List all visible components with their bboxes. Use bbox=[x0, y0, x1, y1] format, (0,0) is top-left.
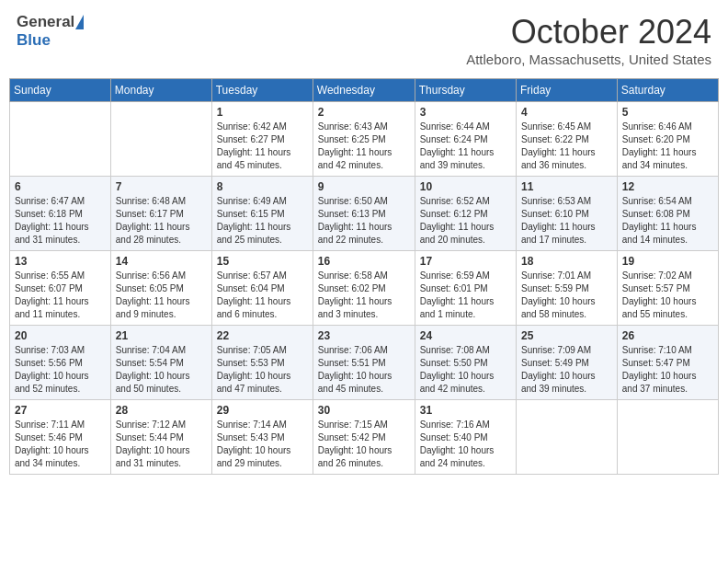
day-info: Sunrise: 7:11 AM Sunset: 5:46 PM Dayligh… bbox=[15, 419, 106, 470]
column-header-tuesday: Tuesday bbox=[211, 79, 313, 102]
calendar-cell: 19Sunrise: 7:02 AM Sunset: 5:57 PM Dayli… bbox=[617, 251, 718, 326]
logo-triangle-icon bbox=[75, 15, 84, 29]
calendar-cell bbox=[110, 102, 211, 177]
day-number: 31 bbox=[420, 404, 511, 417]
calendar-cell: 31Sunrise: 7:16 AM Sunset: 5:40 PM Dayli… bbox=[415, 400, 516, 475]
logo-general: General bbox=[17, 13, 74, 31]
column-header-friday: Friday bbox=[516, 79, 617, 102]
column-header-monday: Monday bbox=[110, 79, 211, 102]
day-number: 11 bbox=[521, 180, 612, 193]
day-info: Sunrise: 6:56 AM Sunset: 6:05 PM Dayligh… bbox=[116, 270, 207, 321]
day-number: 24 bbox=[420, 329, 511, 342]
calendar-cell: 9Sunrise: 6:50 AM Sunset: 6:13 PM Daylig… bbox=[313, 177, 415, 251]
calendar-week-5: 27Sunrise: 7:11 AM Sunset: 5:46 PM Dayli… bbox=[10, 400, 719, 475]
location: Attleboro, Massachusetts, United States bbox=[466, 52, 711, 67]
day-number: 8 bbox=[217, 180, 308, 193]
day-info: Sunrise: 7:12 AM Sunset: 5:44 PM Dayligh… bbox=[116, 419, 207, 470]
calendar-cell: 24Sunrise: 7:08 AM Sunset: 5:50 PM Dayli… bbox=[415, 326, 516, 400]
calendar-week-1: 1Sunrise: 6:42 AM Sunset: 6:27 PM Daylig… bbox=[10, 102, 719, 177]
day-info: Sunrise: 7:09 AM Sunset: 5:49 PM Dayligh… bbox=[521, 344, 612, 396]
day-info: Sunrise: 6:49 AM Sunset: 6:15 PM Dayligh… bbox=[217, 195, 308, 247]
calendar-table: SundayMondayTuesdayWednesdayThursdayFrid… bbox=[9, 78, 719, 475]
day-number: 16 bbox=[318, 255, 410, 268]
calendar-cell: 28Sunrise: 7:12 AM Sunset: 5:44 PM Dayli… bbox=[110, 400, 211, 475]
calendar-cell: 26Sunrise: 7:10 AM Sunset: 5:47 PM Dayli… bbox=[617, 326, 718, 400]
day-info: Sunrise: 6:54 AM Sunset: 6:08 PM Dayligh… bbox=[622, 195, 713, 247]
day-number: 2 bbox=[318, 106, 410, 119]
day-number: 14 bbox=[116, 255, 207, 268]
calendar-cell: 13Sunrise: 6:55 AM Sunset: 6:07 PM Dayli… bbox=[10, 251, 111, 326]
calendar-header-row: SundayMondayTuesdayWednesdayThursdayFrid… bbox=[10, 79, 719, 102]
day-info: Sunrise: 7:05 AM Sunset: 5:53 PM Dayligh… bbox=[217, 344, 308, 396]
day-number: 18 bbox=[521, 255, 612, 268]
day-number: 6 bbox=[15, 180, 106, 193]
day-info: Sunrise: 6:45 AM Sunset: 6:22 PM Dayligh… bbox=[521, 121, 612, 172]
day-number: 22 bbox=[217, 329, 308, 342]
calendar-cell: 25Sunrise: 7:09 AM Sunset: 5:49 PM Dayli… bbox=[516, 326, 617, 400]
day-info: Sunrise: 7:02 AM Sunset: 5:57 PM Dayligh… bbox=[622, 270, 713, 321]
calendar-week-4: 20Sunrise: 7:03 AM Sunset: 5:56 PM Dayli… bbox=[10, 326, 719, 400]
calendar-cell: 3Sunrise: 6:44 AM Sunset: 6:24 PM Daylig… bbox=[415, 102, 516, 177]
day-info: Sunrise: 6:52 AM Sunset: 6:12 PM Dayligh… bbox=[420, 195, 511, 247]
calendar-cell: 21Sunrise: 7:04 AM Sunset: 5:54 PM Dayli… bbox=[110, 326, 211, 400]
day-number: 28 bbox=[116, 404, 207, 417]
calendar-cell: 5Sunrise: 6:46 AM Sunset: 6:20 PM Daylig… bbox=[617, 102, 718, 177]
calendar-cell bbox=[10, 102, 111, 177]
day-info: Sunrise: 6:58 AM Sunset: 6:02 PM Dayligh… bbox=[318, 270, 410, 321]
day-number: 27 bbox=[15, 404, 106, 417]
day-number: 3 bbox=[420, 106, 511, 119]
day-number: 15 bbox=[217, 255, 308, 268]
calendar-cell: 17Sunrise: 6:59 AM Sunset: 6:01 PM Dayli… bbox=[415, 251, 516, 326]
day-info: Sunrise: 7:16 AM Sunset: 5:40 PM Dayligh… bbox=[420, 419, 511, 470]
calendar-cell: 30Sunrise: 7:15 AM Sunset: 5:42 PM Dayli… bbox=[313, 400, 415, 475]
day-info: Sunrise: 6:42 AM Sunset: 6:27 PM Dayligh… bbox=[217, 121, 308, 172]
calendar-cell: 20Sunrise: 7:03 AM Sunset: 5:56 PM Dayli… bbox=[10, 326, 111, 400]
day-number: 19 bbox=[622, 255, 713, 268]
day-number: 29 bbox=[217, 404, 308, 417]
column-header-saturday: Saturday bbox=[617, 79, 718, 102]
day-number: 25 bbox=[521, 329, 612, 342]
title-section: October 2024 Attleboro, Massachusetts, U… bbox=[466, 13, 711, 67]
day-number: 12 bbox=[622, 180, 713, 193]
calendar-cell: 18Sunrise: 7:01 AM Sunset: 5:59 PM Dayli… bbox=[516, 251, 617, 326]
calendar-cell: 11Sunrise: 6:53 AM Sunset: 6:10 PM Dayli… bbox=[516, 177, 617, 251]
day-info: Sunrise: 7:01 AM Sunset: 5:59 PM Dayligh… bbox=[521, 270, 612, 321]
day-info: Sunrise: 6:53 AM Sunset: 6:10 PM Dayligh… bbox=[521, 195, 612, 247]
calendar-cell: 15Sunrise: 6:57 AM Sunset: 6:04 PM Dayli… bbox=[211, 251, 313, 326]
month-title: October 2024 bbox=[466, 13, 711, 52]
logo-blue: Blue bbox=[17, 31, 51, 49]
calendar-cell: 10Sunrise: 6:52 AM Sunset: 6:12 PM Dayli… bbox=[415, 177, 516, 251]
day-number: 1 bbox=[217, 106, 308, 119]
day-number: 20 bbox=[15, 329, 106, 342]
calendar-cell: 1Sunrise: 6:42 AM Sunset: 6:27 PM Daylig… bbox=[211, 102, 313, 177]
day-number: 5 bbox=[622, 106, 713, 119]
day-info: Sunrise: 7:10 AM Sunset: 5:47 PM Dayligh… bbox=[622, 344, 713, 396]
calendar-cell bbox=[516, 400, 617, 475]
calendar-week-3: 13Sunrise: 6:55 AM Sunset: 6:07 PM Dayli… bbox=[10, 251, 719, 326]
day-info: Sunrise: 6:50 AM Sunset: 6:13 PM Dayligh… bbox=[318, 195, 410, 247]
day-info: Sunrise: 6:43 AM Sunset: 6:25 PM Dayligh… bbox=[318, 121, 410, 172]
calendar-cell: 2Sunrise: 6:43 AM Sunset: 6:25 PM Daylig… bbox=[313, 102, 415, 177]
calendar-cell: 8Sunrise: 6:49 AM Sunset: 6:15 PM Daylig… bbox=[211, 177, 313, 251]
calendar-cell: 12Sunrise: 6:54 AM Sunset: 6:08 PM Dayli… bbox=[617, 177, 718, 251]
page-header: General Blue October 2024 Attleboro, Mas… bbox=[9, 9, 719, 71]
day-number: 26 bbox=[622, 329, 713, 342]
day-info: Sunrise: 7:03 AM Sunset: 5:56 PM Dayligh… bbox=[15, 344, 106, 396]
column-header-thursday: Thursday bbox=[415, 79, 516, 102]
calendar-cell: 22Sunrise: 7:05 AM Sunset: 5:53 PM Dayli… bbox=[211, 326, 313, 400]
day-info: Sunrise: 6:57 AM Sunset: 6:04 PM Dayligh… bbox=[217, 270, 308, 321]
day-info: Sunrise: 6:44 AM Sunset: 6:24 PM Dayligh… bbox=[420, 121, 511, 172]
day-info: Sunrise: 7:08 AM Sunset: 5:50 PM Dayligh… bbox=[420, 344, 511, 396]
day-number: 9 bbox=[318, 180, 410, 193]
day-number: 10 bbox=[420, 180, 511, 193]
day-info: Sunrise: 6:55 AM Sunset: 6:07 PM Dayligh… bbox=[15, 270, 106, 321]
day-info: Sunrise: 7:06 AM Sunset: 5:51 PM Dayligh… bbox=[318, 344, 410, 396]
day-info: Sunrise: 6:46 AM Sunset: 6:20 PM Dayligh… bbox=[622, 121, 713, 172]
day-number: 17 bbox=[420, 255, 511, 268]
day-info: Sunrise: 7:14 AM Sunset: 5:43 PM Dayligh… bbox=[217, 419, 308, 470]
calendar-cell: 4Sunrise: 6:45 AM Sunset: 6:22 PM Daylig… bbox=[516, 102, 617, 177]
day-number: 7 bbox=[116, 180, 207, 193]
day-info: Sunrise: 6:48 AM Sunset: 6:17 PM Dayligh… bbox=[116, 195, 207, 247]
day-number: 21 bbox=[116, 329, 207, 342]
calendar-cell: 27Sunrise: 7:11 AM Sunset: 5:46 PM Dayli… bbox=[10, 400, 111, 475]
